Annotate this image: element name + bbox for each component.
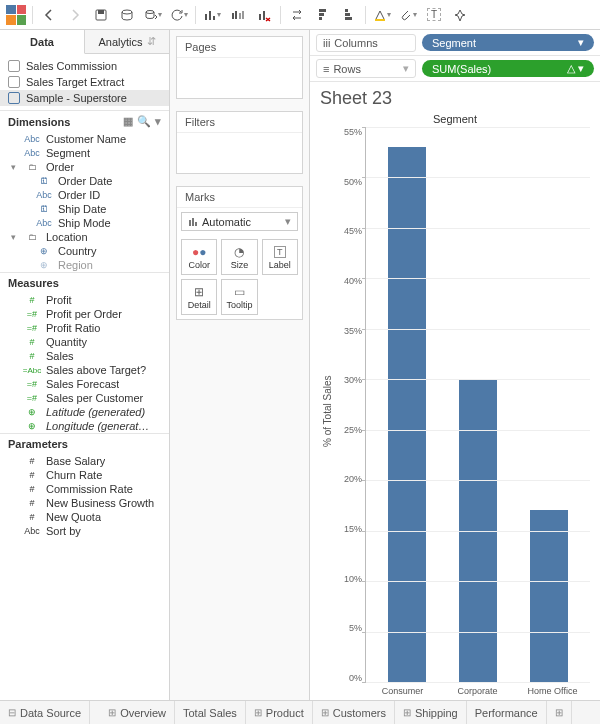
- svg-rect-1: [98, 10, 104, 14]
- field-item[interactable]: AbcSort by: [0, 524, 169, 538]
- svg-rect-18: [345, 17, 352, 20]
- field-item[interactable]: #Profit: [0, 293, 169, 307]
- new-datasource-icon[interactable]: [115, 3, 139, 27]
- tab-analytics[interactable]: Analytics⇵: [85, 30, 169, 53]
- data-pane: Data Analytics⇵ Sales Commission Sales T…: [0, 30, 170, 700]
- field-folder[interactable]: ▾🗀Location: [0, 230, 169, 244]
- attach-icon[interactable]: ▾: [396, 3, 420, 27]
- field-item[interactable]: #New Quota: [0, 510, 169, 524]
- svg-rect-9: [239, 13, 241, 19]
- sheet-icon: ⊞: [254, 707, 262, 718]
- field-item[interactable]: ⊕Longitude (generat…: [0, 419, 169, 433]
- pin-icon[interactable]: [448, 3, 472, 27]
- tab-more[interactable]: ⊞: [547, 701, 572, 724]
- sheet-title[interactable]: Sheet 23: [320, 88, 590, 109]
- datasource-item[interactable]: Sales Commission: [0, 58, 169, 74]
- tab-overview[interactable]: ⊞Overview: [100, 701, 175, 724]
- marks-type-dropdown[interactable]: Automatic ▾: [181, 212, 298, 231]
- field-item[interactable]: AbcCustomer Name: [0, 132, 169, 146]
- field-item[interactable]: 🗓Order Date: [0, 174, 169, 188]
- field-item[interactable]: AbcOrder ID: [0, 188, 169, 202]
- field-folder[interactable]: ▾🗀Order: [0, 160, 169, 174]
- field-item[interactable]: #New Business Growth: [0, 496, 169, 510]
- svg-rect-17: [345, 13, 350, 16]
- tableau-logo-icon[interactable]: [4, 3, 28, 27]
- field-item[interactable]: =#Sales per Customer: [0, 391, 169, 405]
- field-item[interactable]: #Sales: [0, 349, 169, 363]
- datasource-item[interactable]: Sales Target Extract: [0, 74, 169, 90]
- pages-card[interactable]: Pages: [176, 36, 303, 99]
- filters-card[interactable]: Filters: [176, 111, 303, 174]
- tab-data-source[interactable]: ⊟Data Source: [0, 701, 90, 724]
- marks-size-button[interactable]: ◔Size: [221, 239, 257, 275]
- top-toolbar: ▾ ▾ ▾ ▾ ▾ T: [0, 0, 600, 30]
- field-item[interactable]: =#Sales Forecast: [0, 377, 169, 391]
- dimensions-header: Dimensions ▦🔍▾: [0, 111, 169, 132]
- rows-shelf-label[interactable]: ≡Rows▾: [316, 59, 416, 78]
- field-item[interactable]: AbcShip Mode: [0, 216, 169, 230]
- field-item[interactable]: ⊕Latitude (generated): [0, 405, 169, 419]
- pages-card-title: Pages: [177, 37, 302, 58]
- field-item[interactable]: 🗓Ship Date: [0, 202, 169, 216]
- field-item[interactable]: =#Profit Ratio: [0, 321, 169, 335]
- refresh-datasource-icon[interactable]: ▾: [141, 3, 165, 27]
- field-item[interactable]: =#Profit per Order: [0, 307, 169, 321]
- filters-card-title: Filters: [177, 112, 302, 133]
- clear-worksheet-icon[interactable]: [252, 3, 276, 27]
- bar-consumer[interactable]: [388, 147, 426, 682]
- rows-shelf[interactable]: ≡Rows▾ SUM(Sales)△ ▾: [310, 56, 600, 82]
- svg-rect-12: [263, 11, 265, 20]
- field-item[interactable]: #Quantity: [0, 335, 169, 349]
- view-grid-icon[interactable]: ▦: [123, 115, 133, 128]
- datasource-item[interactable]: Sample - Superstore: [0, 90, 169, 106]
- back-icon[interactable]: [37, 3, 61, 27]
- field-item[interactable]: ⊕Region: [0, 258, 169, 272]
- bar-corporate[interactable]: [459, 379, 497, 682]
- duplicate-worksheet-icon[interactable]: [226, 3, 250, 27]
- field-item[interactable]: #Churn Rate: [0, 468, 169, 482]
- menu-icon[interactable]: ▾: [155, 115, 161, 128]
- field-item[interactable]: =AbcSales above Target?: [0, 363, 169, 377]
- columns-pill[interactable]: Segment▾: [422, 34, 594, 51]
- columns-shelf-label[interactable]: iiiColumns: [316, 34, 416, 52]
- tab-customers[interactable]: ⊞Customers: [313, 701, 395, 724]
- field-item[interactable]: ⊕Country: [0, 244, 169, 258]
- refresh-icon[interactable]: ▾: [167, 3, 191, 27]
- text-label-icon[interactable]: T: [422, 3, 446, 27]
- tab-data[interactable]: Data: [0, 30, 85, 54]
- chart-area[interactable]: % of Total Sales 55%50%45%40%35%30%25%20…: [320, 127, 590, 696]
- bar-home-office[interactable]: [530, 510, 568, 682]
- new-worksheet-icon[interactable]: ▾: [200, 3, 224, 27]
- side-tabs: Data Analytics⇵: [0, 30, 169, 54]
- rows-pill[interactable]: SUM(Sales)△ ▾: [422, 60, 594, 77]
- columns-shelf[interactable]: iiiColumns Segment▾: [310, 30, 600, 56]
- save-icon[interactable]: [89, 3, 113, 27]
- tab-product[interactable]: ⊞Product: [246, 701, 313, 724]
- svg-rect-8: [235, 11, 237, 19]
- svg-rect-11: [259, 14, 261, 20]
- field-item[interactable]: #Base Salary: [0, 454, 169, 468]
- marks-tooltip-button[interactable]: ▭Tooltip: [221, 279, 257, 315]
- marks-detail-button[interactable]: ⊞Detail: [181, 279, 217, 315]
- field-item[interactable]: #Commission Rate: [0, 482, 169, 496]
- field-item[interactable]: AbcSegment: [0, 146, 169, 160]
- sort-asc-icon[interactable]: [311, 3, 335, 27]
- sort-desc-icon[interactable]: [337, 3, 361, 27]
- datasource-icon: ⊟: [8, 707, 16, 718]
- svg-rect-16: [345, 9, 348, 12]
- y-axis-ticks: 55%50%45%40%35%30%25%20%15%10%5%0%: [335, 127, 365, 683]
- worksheet-pane: iiiColumns Segment▾ ≡Rows▾ SUM(Sales)△ ▾…: [310, 30, 600, 700]
- tab-performance[interactable]: Performance: [467, 701, 547, 724]
- tab-shipping[interactable]: ⊞Shipping: [395, 701, 467, 724]
- tab-total-sales[interactable]: Total Sales: [175, 701, 246, 724]
- search-icon[interactable]: 🔍: [137, 115, 151, 128]
- forward-icon[interactable]: [63, 3, 87, 27]
- marks-color-button[interactable]: ●●Color: [181, 239, 217, 275]
- table-calc-icon: △: [567, 62, 575, 74]
- marks-label-button[interactable]: TLabel: [262, 239, 298, 275]
- cards-pane: Pages Filters Marks Automatic ▾ ●●Color …: [170, 30, 310, 700]
- highlight-icon[interactable]: ▾: [370, 3, 394, 27]
- swap-icon[interactable]: [285, 3, 309, 27]
- svg-rect-15: [319, 9, 326, 12]
- svg-rect-13: [319, 17, 322, 20]
